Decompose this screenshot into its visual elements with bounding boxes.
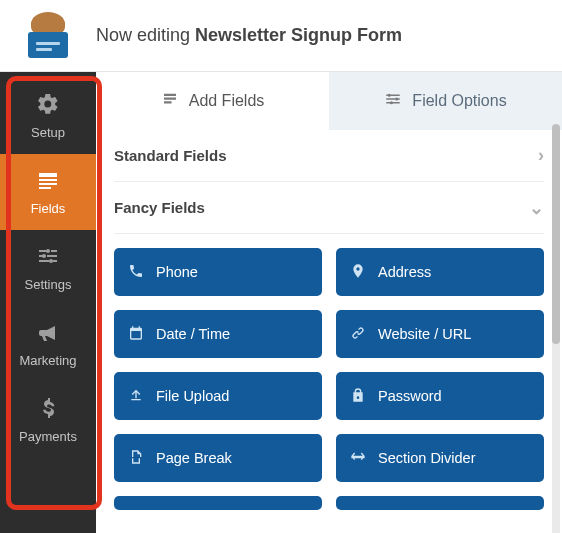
content-area: Add Fields Field Options Standard Fields… — [96, 72, 562, 533]
gear-icon — [36, 92, 60, 119]
field-label: Section Divider — [378, 450, 476, 466]
field-label: Address — [378, 264, 431, 280]
field-section-divider[interactable]: Section Divider — [336, 434, 544, 482]
tab-label: Field Options — [412, 92, 506, 110]
svg-point-0 — [46, 249, 50, 253]
calendar-icon — [128, 325, 144, 344]
svg-point-5 — [390, 101, 393, 104]
sidebar-item-marketing[interactable]: Marketing — [0, 306, 96, 382]
sidebar-item-settings[interactable]: Settings — [0, 230, 96, 306]
svg-point-1 — [42, 254, 46, 258]
megaphone-icon — [36, 320, 60, 347]
sidebar-item-setup[interactable]: Setup — [0, 78, 96, 154]
section-standard-fields[interactable]: Standard Fields › — [114, 130, 544, 182]
field-label: Date / Time — [156, 326, 230, 342]
upload-icon — [128, 387, 144, 406]
field-partial[interactable] — [336, 496, 544, 510]
link-icon — [350, 325, 366, 344]
phone-icon — [128, 263, 144, 282]
sidebar-item-label: Fields — [31, 201, 66, 216]
tab-add-fields[interactable]: Add Fields — [96, 72, 329, 130]
field-label: Password — [378, 388, 442, 404]
page-break-icon — [128, 449, 144, 468]
field-label: Phone — [156, 264, 198, 280]
field-partial[interactable] — [114, 496, 322, 510]
app-logo — [0, 0, 96, 72]
sidebar-item-fields[interactable]: Fields — [0, 154, 96, 230]
scrollbar-thumb[interactable] — [552, 124, 560, 344]
page-title: Now editing Newsletter Signup Form — [96, 25, 402, 46]
section-fancy-fields[interactable]: Fancy Fields ⌄ — [114, 182, 544, 234]
sidebar-item-label: Payments — [19, 429, 77, 444]
form-icon — [36, 168, 60, 195]
divider-icon — [350, 449, 366, 468]
svg-point-4 — [396, 98, 399, 101]
tab-field-options[interactable]: Field Options — [329, 72, 562, 130]
field-password[interactable]: Password — [336, 372, 544, 420]
field-file-upload[interactable]: File Upload — [114, 372, 322, 420]
svg-point-3 — [388, 94, 391, 97]
scrollbar[interactable] — [552, 124, 560, 533]
title-prefix: Now editing — [96, 25, 195, 45]
lock-icon — [350, 387, 366, 406]
field-page-break[interactable]: Page Break — [114, 434, 322, 482]
form-name: Newsletter Signup Form — [195, 25, 402, 45]
field-label: Page Break — [156, 450, 232, 466]
sliders-icon — [36, 244, 60, 271]
tabs: Add Fields Field Options — [96, 72, 562, 130]
tab-label: Add Fields — [189, 92, 265, 110]
svg-point-2 — [49, 259, 53, 263]
add-field-icon — [161, 90, 179, 112]
field-phone[interactable]: Phone — [114, 248, 322, 296]
sidebar-item-payments[interactable]: Payments — [0, 382, 96, 458]
options-icon — [384, 90, 402, 112]
field-address[interactable]: Address — [336, 248, 544, 296]
field-label: File Upload — [156, 388, 229, 404]
field-website-url[interactable]: Website / URL — [336, 310, 544, 358]
field-label: Website / URL — [378, 326, 471, 342]
sidebar: Setup Fields Settings Marketing Payments — [0, 72, 96, 533]
top-bar: Now editing Newsletter Signup Form — [0, 0, 562, 72]
fancy-fields-grid: Phone Address Date / Time Website / URL — [114, 234, 544, 530]
sidebar-item-label: Settings — [25, 277, 72, 292]
chevron-down-icon: ⌄ — [529, 197, 544, 219]
sidebar-item-label: Marketing — [19, 353, 76, 368]
sidebar-item-label: Setup — [31, 125, 65, 140]
dollar-icon — [36, 396, 60, 423]
field-date-time[interactable]: Date / Time — [114, 310, 322, 358]
section-label: Standard Fields — [114, 147, 227, 164]
chevron-right-icon: › — [538, 145, 544, 166]
section-label: Fancy Fields — [114, 199, 205, 216]
location-pin-icon — [350, 263, 366, 282]
